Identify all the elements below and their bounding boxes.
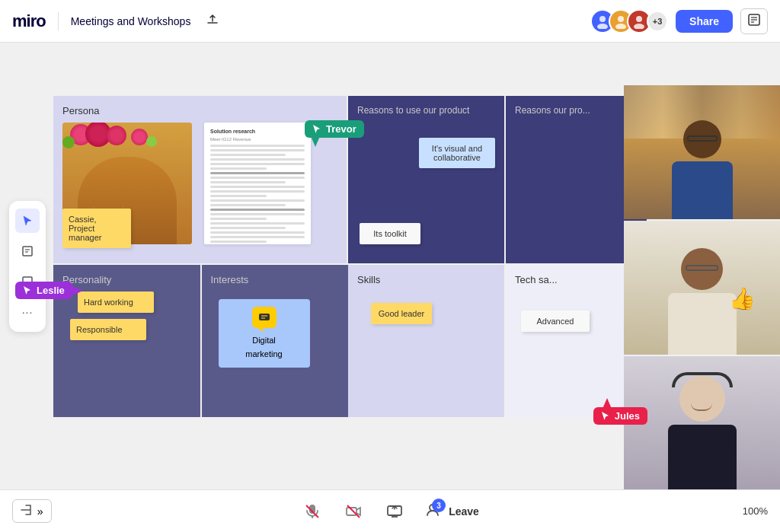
share-screen-button[interactable] [383, 500, 406, 523]
video-tile-2: 👍 [624, 221, 780, 355]
responsible-sticky: Responsible [70, 319, 146, 340]
left-toolbar: ··· [9, 201, 46, 332]
svg-point-5 [634, 24, 644, 29]
avatar-count: +3 [647, 11, 668, 32]
svg-point-2 [618, 16, 624, 22]
svg-rect-10 [23, 247, 32, 256]
camera-button[interactable] [342, 500, 365, 523]
personality-interests-container: Personality Hard working Responsible Int… [53, 265, 347, 417]
board-content: Trevor Leslie Jules Persona [53, 96, 663, 417]
skills-title: Skills [357, 274, 495, 285]
sticky-tool[interactable] [15, 239, 40, 263]
title-divider [58, 12, 59, 30]
good-leader-sticky: Good leader [371, 303, 432, 324]
cassie-sticky: Cassie, Project manager [62, 209, 131, 248]
svg-rect-13 [259, 314, 270, 320]
cursor-tool[interactable] [15, 209, 40, 233]
board-title: Meetings and Workshops [71, 15, 191, 27]
chat-icon [252, 307, 277, 328]
notes-button[interactable] [740, 8, 768, 34]
tech-title: Tech sa... [515, 274, 638, 285]
topbar-right: +3 Share [590, 8, 768, 34]
reasons2-title: Reasons our pro... [515, 105, 638, 117]
participant-count: 3 [432, 499, 446, 512]
reasons-section: Reasons to use our product It's visual a… [348, 96, 504, 263]
jules-cursor: Jules [593, 407, 647, 425]
trevor-cursor: Trevor [305, 120, 364, 138]
upload-button[interactable] [200, 9, 225, 33]
canvas[interactable]: ··· Trevor Leslie Jules [0, 43, 780, 489]
reasons-title: Reasons to use our product [357, 105, 495, 117]
advanced-sticky: Advanced [521, 311, 590, 332]
svg-point-4 [636, 16, 642, 22]
leave-button[interactable]: 3 Leave [424, 502, 479, 521]
expand-button[interactable]: » [12, 499, 52, 523]
bottombar: » 3 [0, 489, 780, 532]
miro-logo: miro [12, 11, 46, 31]
interests-section: Interests Digital marketing [202, 265, 349, 417]
persona-section: Persona [53, 96, 347, 263]
avatar-group: +3 [590, 9, 668, 33]
document-card: Solution research Meet IG12 Revenue [204, 123, 311, 244]
skills-section: Skills Good leader [348, 265, 504, 417]
interests-title: Interests [211, 274, 340, 285]
personality-title: Personality [62, 274, 191, 285]
topbar: miro Meetings and Workshops +3 Share [0, 0, 780, 43]
svg-point-1 [597, 24, 608, 29]
persona-title: Persona [62, 105, 337, 116]
visual-sticky: It's visual and collaborative [419, 138, 495, 168]
leslie-cursor: Leslie [15, 282, 72, 299]
video-tile-1 [624, 85, 780, 219]
video-tile-3 [624, 356, 780, 489]
zoom-level: 100% [743, 505, 768, 517]
svg-point-0 [599, 16, 606, 22]
video-panel: 👍 [624, 85, 780, 489]
svg-point-3 [615, 24, 626, 29]
digital-marketing-card: Digital marketing [219, 299, 310, 368]
more-tools[interactable]: ··· [15, 300, 40, 324]
toolkit-sticky: Its toolkit [360, 223, 420, 244]
persona-grid: Persona [53, 96, 663, 417]
share-button[interactable]: Share [676, 10, 733, 33]
mic-button[interactable] [301, 500, 324, 523]
hardworking-sticky: Hard working [78, 291, 154, 313]
